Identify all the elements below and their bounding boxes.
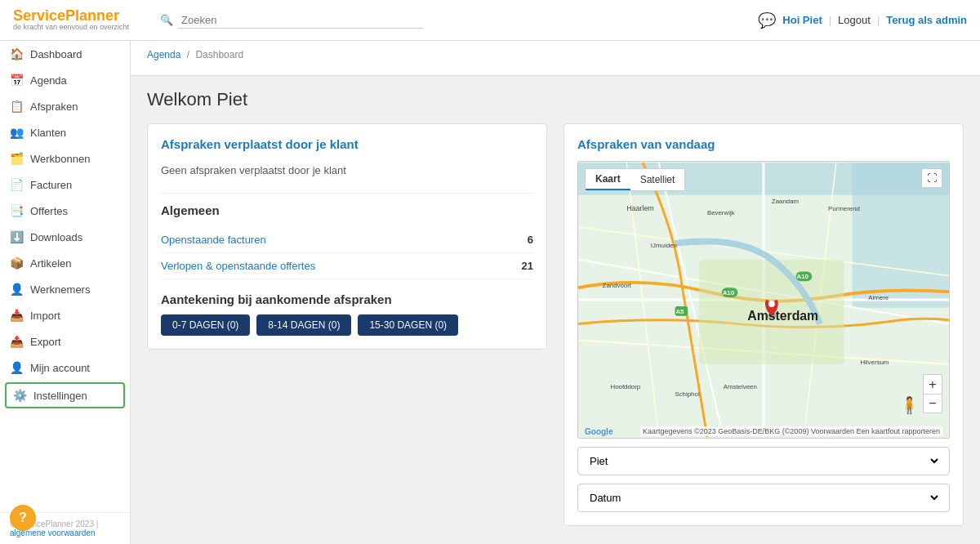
sidebar-label-mijn-account: Mijn account [30,362,90,374]
breadcrumb-dashboard: Dashboard [195,49,243,60]
date-dropdown[interactable]: Datum [577,484,950,512]
street-view-icon[interactable]: 🧍 [899,395,920,415]
sidebar-label-export: Export [30,336,61,348]
sidebar-item-werkbonnen[interactable]: 🗂️Werkbonnen [0,145,130,172]
svg-text:Amsterdam: Amsterdam [747,309,818,323]
page-title: Welkom Piet [147,89,964,110]
content-area: Agenda / Dashboard Welkom Piet Afspraken… [131,41,980,544]
general-title: Algemeen [161,203,533,217]
artikelen-icon: 📦 [10,256,24,270]
sidebar-label-agenda: Agenda [30,74,67,87]
sidebar-item-artikelen[interactable]: 📦Artikelen [0,250,130,276]
svg-text:Beverwijk: Beverwijk [707,209,735,216]
sidebar-item-afspraken[interactable]: 📋Afspraken [0,93,130,119]
sep-2: | [877,14,880,26]
export-icon: 📤 [10,335,24,348]
sidebar-item-instellingen[interactable]: ⚙️Instellingen [5,382,125,408]
employee-dropdown[interactable]: Piet [577,447,950,475]
sidebar-label-downloads: Downloads [30,231,82,243]
employee-select[interactable]: Piet [586,454,941,468]
sidebar-label-facturen: Facturen [30,179,72,191]
sidebar-item-import[interactable]: 📥Import [0,302,130,328]
svg-text:Purmerend: Purmerend [828,205,860,212]
sep-1: | [829,14,831,26]
werknemers-icon: 👤 [10,283,24,296]
help-button[interactable]: ? [10,505,36,531]
svg-text:Haarlem: Haarlem [626,204,654,212]
right-column: Afspraken van vandaag [564,123,964,526]
import-icon: 📥 [10,309,24,322]
content-inner: Welkom Piet Afspraken verplaatst door je… [131,76,980,539]
sidebar-item-agenda[interactable]: 📅Agenda [0,67,130,93]
sidebar-label-werknemers: Werknemers [30,283,90,296]
sidebar-label-klanten: Klanten [30,127,66,139]
sidebar-label-offertes: Offertes [30,205,68,217]
day-range-button[interactable]: 8-14 DAGEN (0) [256,314,351,336]
map-attribution: Kaartgegevens ©2023 GeoBasis-DE/BKG (©20… [640,426,942,436]
main-layout: 🏠Dashboard📅Agenda📋Afspraken👥Klanten🗂️Wer… [0,41,980,544]
afspraken-icon: 📋 [10,100,24,113]
sidebar-label-werkbonnen: Werkbonnen [30,153,90,165]
sidebar-item-export[interactable]: 📤Export [0,328,130,354]
day-range-button[interactable]: 0-7 DAGEN (0) [161,314,250,336]
day-range-button[interactable]: 15-30 DAGEN (0) [358,314,458,336]
zoom-in-button[interactable]: + [923,374,942,394]
zoom-out-button[interactable]: − [923,394,942,413]
logo-text: ServicePlanner [13,8,144,25]
map-tabs: Kaart Satelliet [585,168,685,191]
sidebar-item-offertes[interactable]: 📑Offertes [0,198,130,224]
svg-text:Almere: Almere [868,294,889,301]
svg-text:IJmuiden: IJmuiden [651,242,677,249]
werkbonnen-icon: 🗂️ [10,152,24,165]
stat-label[interactable]: Openstaande facturen [161,234,266,246]
annotation-title: Aantekening bij aankomende afspraken [161,292,533,306]
breadcrumb-agenda[interactable]: Agenda [147,49,180,60]
back-admin-link[interactable]: Terug als admin [886,14,967,26]
logo-sub: de kracht van eenvoud en overzicht [13,24,144,32]
logo-text-1: Service [13,7,65,24]
date-select[interactable]: Datum [586,491,941,505]
search-input[interactable] [178,12,423,29]
logo: ServicePlanner de kracht van eenvoud en … [13,8,144,33]
stat-row: Verlopen & openstaande offertes21 [161,253,533,279]
main-grid: Afspraken verplaatst door je klant Geen … [147,123,964,526]
map-expand-button[interactable]: ⛶ [921,168,942,188]
greeting: Hoi Piet [782,14,822,26]
sidebar-label-instellingen: Instellingen [33,390,87,402]
right-card: Afspraken van vandaag [564,123,964,526]
stat-value: 21 [522,260,533,272]
facturen-icon: 📄 [10,178,24,191]
instellingen-icon: ⚙️ [13,389,27,402]
search-area: 🔍 [160,12,487,29]
svg-text:Hoofddorp: Hoofddorp [610,383,640,390]
google-map-logo: Google [585,427,612,436]
dashboard-icon: 🏠 [10,47,24,60]
chat-icon[interactable]: 💬 [758,11,776,29]
map-tab-satelliet[interactable]: Satelliet [630,169,685,190]
map-tab-kaart[interactable]: Kaart [586,169,630,190]
breadcrumb: Agenda / Dashboard [147,49,964,60]
stats-rows: Openstaande facturen6Verlopen & openstaa… [161,227,533,279]
top-header: ServicePlanner de kracht van eenvoud en … [0,0,980,41]
appointments-moved-title: Afspraken verplaatst door je klant [161,137,533,151]
sidebar-item-dashboard[interactable]: 🏠Dashboard [0,41,130,67]
appointments-moved-card: Afspraken verplaatst door je klant Geen … [147,123,547,350]
sidebar-item-klanten[interactable]: 👥Klanten [0,119,130,145]
mijn-account-icon: 👤 [10,361,24,374]
sidebar-item-mijn-account[interactable]: 👤Mijn account [0,354,130,381]
stat-label[interactable]: Verlopen & openstaande offertes [161,260,315,272]
no-appointments-text: Geen afspraken verplaatst door je klant [161,161,533,183]
svg-point-25 [768,301,775,307]
klanten-icon: 👥 [10,126,24,139]
sidebar-item-facturen[interactable]: 📄Facturen [0,172,130,198]
sidebar-label-artikelen: Artikelen [30,257,72,270]
svg-text:A10: A10 [723,289,735,297]
agenda-icon: 📅 [10,74,24,87]
map-container: Amsterdam Haarlem Zandvoort Purmerend Al… [577,161,950,439]
logo-text-2: Planner [65,7,119,24]
sidebar-item-werknemers[interactable]: 👤Werknemers [0,276,130,302]
sidebar-label-afspraken: Afspraken [30,100,78,113]
logout-link[interactable]: Logout [838,14,871,26]
sidebar-item-downloads[interactable]: ⬇️Downloads [0,224,130,250]
svg-text:A10: A10 [796,273,808,280]
